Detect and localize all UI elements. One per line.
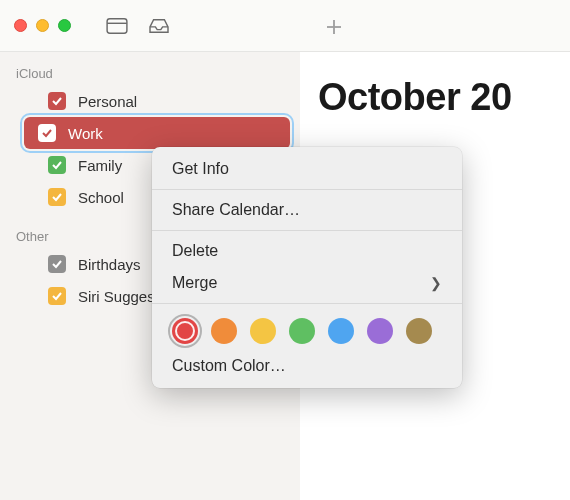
inbox-button[interactable] [148, 17, 170, 35]
zoom-window-button[interactable] [58, 19, 71, 32]
app-window: iCloud Personal Work [0, 0, 570, 500]
menu-label: Share Calendar… [172, 201, 300, 219]
calendar-item-work[interactable]: Work [24, 117, 290, 149]
menu-label: Get Info [172, 160, 229, 178]
month-title: October 20 [318, 76, 570, 119]
menu-custom-color[interactable]: Custom Color… [152, 350, 462, 382]
color-swatch-brown[interactable] [406, 318, 432, 344]
chevron-right-icon: ❯ [430, 275, 442, 291]
menu-separator [152, 189, 462, 190]
checkbox-icon[interactable] [38, 124, 56, 142]
calendar-context-menu: Get Info Share Calendar… Delete Merge ❯ … [152, 147, 462, 388]
menu-separator [152, 230, 462, 231]
window-controls [14, 19, 71, 32]
menu-share-calendar[interactable]: Share Calendar… [152, 194, 462, 226]
calendar-label: Work [68, 125, 103, 142]
color-swatch-green[interactable] [289, 318, 315, 344]
menu-label: Delete [172, 242, 218, 260]
color-swatch-row [152, 308, 462, 350]
checkbox-icon[interactable] [48, 92, 66, 110]
checkbox-icon[interactable] [48, 188, 66, 206]
calendar-label: Personal [78, 93, 137, 110]
color-swatch-orange[interactable] [211, 318, 237, 344]
menu-label: Merge [172, 274, 217, 292]
calendar-label: School [78, 189, 124, 206]
checkbox-icon[interactable] [48, 156, 66, 174]
color-swatch-purple[interactable] [367, 318, 393, 344]
section-header-icloud: iCloud [0, 60, 300, 85]
titlebar [0, 0, 570, 52]
color-swatch-blue[interactable] [328, 318, 354, 344]
svg-rect-0 [107, 18, 127, 32]
calendar-label: Family [78, 157, 122, 174]
menu-merge[interactable]: Merge ❯ [152, 267, 462, 299]
minimize-window-button[interactable] [36, 19, 49, 32]
toolbar [106, 17, 170, 35]
calendars-toggle-button[interactable] [106, 17, 128, 35]
add-event-button[interactable] [325, 18, 343, 40]
checkbox-icon[interactable] [48, 287, 66, 305]
color-swatch-yellow[interactable] [250, 318, 276, 344]
menu-get-info[interactable]: Get Info [152, 153, 462, 185]
menu-label: Custom Color… [172, 357, 286, 375]
close-window-button[interactable] [14, 19, 27, 32]
checkbox-icon[interactable] [48, 255, 66, 273]
menu-separator [152, 303, 462, 304]
menu-delete[interactable]: Delete [152, 235, 462, 267]
calendar-label: Birthdays [78, 256, 141, 273]
calendar-item-personal[interactable]: Personal [10, 85, 290, 117]
color-swatch-red[interactable] [172, 318, 198, 344]
